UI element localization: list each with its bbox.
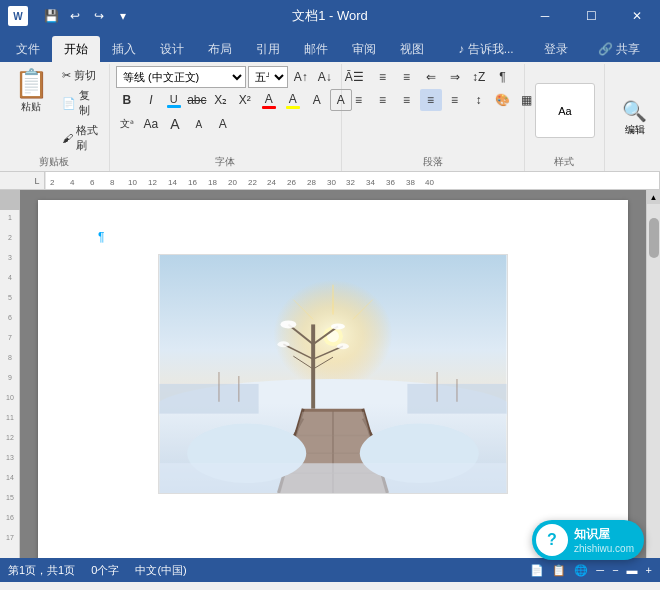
zoom-slider[interactable]: ▬: [627, 564, 638, 576]
svg-text:24: 24: [267, 178, 276, 187]
undo-button[interactable]: ↩: [64, 5, 86, 27]
svg-text:16: 16: [188, 178, 197, 187]
font-aa-button[interactable]: Aa: [140, 113, 162, 135]
shading-button[interactable]: 🎨: [492, 89, 514, 111]
show-marks-button[interactable]: ¶: [492, 66, 514, 88]
vertical-scrollbar[interactable]: ▲: [646, 190, 660, 558]
document-image[interactable]: [158, 254, 508, 494]
numbering-button[interactable]: ≡: [372, 66, 394, 88]
svg-text:2: 2: [8, 234, 12, 241]
font-row-3: 文ᵃ Aa A A A: [116, 113, 234, 135]
quick-access-toolbar: 💾 ↩ ↪ ▾: [40, 5, 134, 27]
editing-panel[interactable]: 🔍 编辑: [615, 90, 655, 145]
paragraph-label: 段落: [348, 155, 518, 171]
document-page: ¶: [38, 200, 628, 558]
superscript-button[interactable]: X²: [234, 89, 256, 111]
justify-button[interactable]: ≡: [420, 89, 442, 111]
paste-button[interactable]: 📋 粘贴: [6, 66, 56, 118]
ribbon-content: 📋 粘贴 ✂ 剪切 📄 复制 🖌 格式刷: [0, 62, 660, 172]
text-effect-button[interactable]: A: [212, 113, 234, 135]
tab-view[interactable]: 视图: [388, 36, 436, 62]
svg-text:5: 5: [8, 294, 12, 301]
word-count: 0个字: [91, 563, 119, 578]
bullets-button[interactable]: ☰: [348, 66, 370, 88]
svg-text:26: 26: [287, 178, 296, 187]
increase-indent-button[interactable]: ⇒: [444, 66, 466, 88]
zoom-out-button[interactable]: −: [612, 564, 618, 576]
close-button[interactable]: ✕: [614, 0, 660, 32]
save-button[interactable]: 💾: [40, 5, 62, 27]
document-area: 1 2 3 4 5 6 7 8 9 10 11 12 13 14 15 16 1…: [0, 190, 660, 558]
align-center-button[interactable]: ≡: [372, 89, 394, 111]
underline-button[interactable]: U: [164, 90, 184, 110]
format-painter-button[interactable]: 🖌 格式刷: [58, 121, 103, 155]
svg-text:18: 18: [208, 178, 217, 187]
tell-me-button[interactable]: ♪ 告诉我...: [446, 36, 525, 62]
multilevel-list-button[interactable]: ≡: [396, 66, 418, 88]
font-name-select[interactable]: 等线 (中文正文): [116, 66, 246, 88]
align-left-button[interactable]: ≡: [348, 89, 370, 111]
scroll-thumb[interactable]: [649, 218, 659, 258]
align-right-button[interactable]: ≡: [396, 89, 418, 111]
view-icon-read[interactable]: 📋: [552, 564, 566, 577]
line-spacing-button[interactable]: ↕: [468, 89, 490, 111]
svg-text:15: 15: [6, 494, 14, 501]
font-color-button[interactable]: A: [258, 89, 280, 111]
font-row-1: 等线 (中文正文) 五号 初号 小初 一号 小一 二号 小二 三号 A↑ A↓ …: [116, 66, 360, 88]
char-shading-button[interactable]: A: [306, 89, 328, 111]
ruler-marks: 2 4 6 8 10 12 14 16 18 20 22 24 26 28 30…: [45, 172, 659, 189]
format-painter-icon: 🖌: [62, 132, 73, 144]
cut-button[interactable]: ✂ 剪切: [58, 66, 103, 85]
paragraph-group: ☰ ≡ ≡ ⇐ ⇒ ↕Z ¶ ≡ ≡ ≡ ≡ ≡ ↕ 🎨 ▦ 段落: [342, 64, 525, 171]
svg-text:30: 30: [327, 178, 336, 187]
scroll-up-button[interactable]: ▲: [647, 190, 661, 204]
svg-text:7: 7: [8, 334, 12, 341]
copy-button[interactable]: 📄 复制: [58, 86, 103, 120]
editing-label: [611, 169, 654, 171]
tab-review[interactable]: 审阅: [340, 36, 388, 62]
font-a-small-button[interactable]: A: [188, 113, 210, 135]
svg-text:12: 12: [6, 434, 14, 441]
styles-panel[interactable]: Aa: [535, 83, 595, 138]
grow-font-button[interactable]: A↑: [290, 66, 312, 88]
view-icon-web[interactable]: 🌐: [574, 564, 588, 577]
svg-text:38: 38: [406, 178, 415, 187]
tab-layout[interactable]: 布局: [196, 36, 244, 62]
svg-text:11: 11: [6, 414, 14, 421]
restore-button[interactable]: ☐: [568, 0, 614, 32]
copy-icon: 📄: [62, 97, 76, 110]
status-bar: 第1页，共1页 0个字 中文(中国) 📄 📋 🌐 ─ − ▬ +: [0, 558, 660, 582]
title-bar: W 💾 ↩ ↪ ▾ 文档1 - Word ─ ☐ ✕: [0, 0, 660, 32]
share-button[interactable]: 🔗 共享: [586, 36, 652, 62]
distributed-button[interactable]: ≡: [444, 89, 466, 111]
highlight-button[interactable]: A: [282, 89, 304, 111]
strikethrough-button[interactable]: abc: [186, 89, 208, 111]
tab-references[interactable]: 引用: [244, 36, 292, 62]
document-scroll-area[interactable]: ¶: [20, 190, 646, 558]
svg-text:6: 6: [8, 314, 12, 321]
shrink-font-button[interactable]: A↓: [314, 66, 336, 88]
horizontal-ruler: L 2 4 6 8 10 12 14 16 18 20 22 24 26 28 …: [0, 172, 660, 190]
zoom-in-button[interactable]: +: [646, 564, 652, 576]
separator: ─: [596, 564, 604, 576]
font-label: 字体: [116, 155, 335, 171]
decrease-indent-button[interactable]: ⇐: [420, 66, 442, 88]
customize-qat-button[interactable]: ▾: [112, 5, 134, 27]
tab-mailings[interactable]: 邮件: [292, 36, 340, 62]
signin-button[interactable]: 登录: [532, 36, 580, 62]
bold-button[interactable]: B: [116, 89, 138, 111]
phonetic-guide-button[interactable]: 文ᵃ: [116, 113, 138, 135]
font-size-select[interactable]: 五号 初号 小初 一号 小一 二号 小二 三号: [248, 66, 288, 88]
subscript-button[interactable]: X₂: [210, 89, 232, 111]
redo-button[interactable]: ↪: [88, 5, 110, 27]
italic-button[interactable]: I: [140, 89, 162, 111]
tab-design[interactable]: 设计: [148, 36, 196, 62]
tab-insert[interactable]: 插入: [100, 36, 148, 62]
svg-text:8: 8: [8, 354, 12, 361]
tab-file[interactable]: 文件: [4, 36, 52, 62]
sort-button[interactable]: ↕Z: [468, 66, 490, 88]
tab-home[interactable]: 开始: [52, 36, 100, 62]
view-icon-print[interactable]: 📄: [530, 564, 544, 577]
font-a-big-button[interactable]: A: [164, 113, 186, 135]
minimize-button[interactable]: ─: [522, 0, 568, 32]
